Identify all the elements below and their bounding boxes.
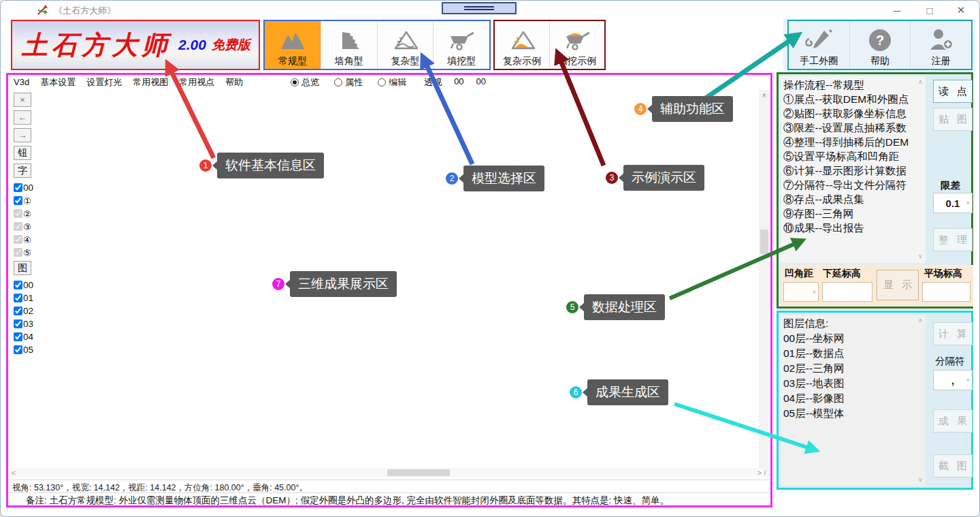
tolerance-select[interactable]: 0.1 ˅ — [933, 193, 973, 213]
checkbox-row-l01[interactable]: 01 — [14, 292, 37, 304]
checkbox-row-c3[interactable]: ③ — [14, 220, 37, 233]
chevron-down-icon: ˅ — [966, 200, 970, 206]
corner-slope-icon — [336, 26, 362, 54]
checkbox-row-c2[interactable]: ② — [14, 207, 37, 220]
callout-result-generation: 6 成果生成区 — [570, 379, 668, 406]
button-niu[interactable]: 钮 — [14, 146, 31, 160]
scroll-down-icon[interactable]: ∨ — [918, 476, 923, 483]
scroll-up-icon[interactable]: ∧ — [918, 78, 923, 85]
show-button[interactable]: 显 示 — [877, 270, 919, 300]
concave-distance-select[interactable]: ˅ — [783, 282, 819, 302]
scroll-up-icon[interactable]: ∧ — [918, 317, 923, 324]
checkbox-row-l00[interactable]: 00 — [14, 279, 37, 292]
close-button[interactable]: ✕ — [949, 2, 973, 18]
data-processing-panel: 操作流程--常规型 ①展点--获取DEM和外圈点 ②贴图--获取影像坐标信息 ③… — [777, 72, 973, 309]
layer-item: 02层--三角网 — [783, 361, 926, 376]
toolbar-grip[interactable] — [442, 2, 517, 14]
example-button-fillcut[interactable]: 填挖示例 — [549, 21, 604, 69]
horizontal-scrollbar[interactable]: < > — [9, 468, 764, 477]
minimize-button[interactable]: ─ — [885, 2, 909, 18]
checkbox[interactable] — [14, 319, 22, 328]
maximize-button[interactable]: □ — [918, 2, 941, 18]
layer-info-list[interactable]: 图层信息: 00层--坐标网 01层--数据点 02层--三角网 03层--地表… — [781, 315, 926, 486]
checkbox-row-l04[interactable]: 04 — [14, 330, 37, 343]
button-tu[interactable]: 图 — [14, 261, 31, 275]
menu-basic-settings[interactable]: 基本设置 — [35, 76, 81, 89]
scroll-right-icon[interactable]: > — [755, 468, 764, 477]
callout-number-badge: 2 — [446, 172, 458, 185]
checkbox[interactable] — [14, 332, 22, 341]
register-button[interactable]: 注册 — [910, 21, 971, 69]
checkbox[interactable] — [14, 281, 22, 289]
checkbox[interactable] — [14, 294, 22, 302]
close-tool-button[interactable]: × — [14, 93, 31, 107]
forward-arrow-button[interactable]: → — [14, 128, 31, 142]
extend-elevation-input[interactable] — [822, 282, 872, 302]
level-elevation-input[interactable] — [922, 282, 970, 302]
callout-number-badge: 3 — [606, 172, 618, 184]
tidy-button[interactable]: 整 理 — [933, 228, 973, 251]
radio-overview[interactable]: 总览 — [291, 76, 319, 89]
checkbox[interactable] — [14, 235, 22, 244]
radio-dot-icon — [334, 78, 342, 87]
scroll-up-icon[interactable]: ∧ — [759, 90, 770, 99]
checkbox-row-l05[interactable]: 05 — [14, 343, 37, 356]
workflow-step: ⑩成果--导出报告 — [783, 221, 926, 235]
checkbox-row-c5[interactable]: ⑤ — [14, 246, 37, 259]
callout-auxiliary: 4 辅助功能区 — [634, 95, 733, 123]
menu-common-views[interactable]: 常用视图 — [127, 76, 174, 89]
checkbox-row-l02[interactable]: 02 — [14, 304, 37, 317]
menu-help[interactable]: 帮助 — [220, 76, 248, 89]
calculate-button[interactable]: 计 算 — [933, 322, 973, 345]
checkbox-row-c1[interactable]: ① — [14, 194, 37, 207]
paste-image-button[interactable]: 贴 图 — [933, 108, 973, 131]
workflow-step: ⑦分隔符--导出文件分隔符 — [783, 178, 926, 192]
scroll-down-icon[interactable]: ∨ — [918, 253, 923, 260]
vertical-scroll-thumb[interactable] — [760, 230, 768, 254]
result-button[interactable]: 成 果 — [933, 409, 973, 433]
manual-outline-button[interactable]: 手工外圈 — [789, 21, 849, 69]
question-icon: ? — [868, 26, 892, 54]
checkbox[interactable] — [14, 196, 22, 205]
checkbox-row-l03[interactable]: 03 — [14, 317, 37, 330]
checkbox[interactable] — [14, 183, 22, 192]
back-arrow-button[interactable]: ← — [14, 110, 31, 125]
horizontal-scroll-thumb[interactable] — [387, 469, 450, 476]
checkbox[interactable] — [14, 209, 22, 218]
radio-properties[interactable]: 属性 — [334, 76, 363, 89]
model-button-normal[interactable]: 常规型 — [265, 21, 321, 69]
radio-dot-icon — [378, 78, 386, 87]
screenshot-button[interactable]: 截 图 — [933, 454, 973, 477]
pencil-draw-icon — [804, 26, 834, 54]
example-button-complex[interactable]: 复杂示例 — [495, 21, 549, 69]
menu-lighting[interactable]: 设置灯光 — [81, 76, 127, 89]
checkbox[interactable] — [14, 222, 22, 231]
svg-text:?: ? — [876, 33, 884, 48]
separator-select[interactable]: , ˅ — [933, 370, 973, 390]
checkbox-row-00a[interactable]: 00 — [14, 181, 37, 194]
callout-example-demo: 3 示例演示区 — [606, 164, 704, 191]
chevron-down-icon: ˅ — [813, 289, 816, 296]
read-points-button[interactable]: 读 点 — [933, 80, 973, 103]
vertical-scrollbar[interactable]: ∧ ∨ — [759, 90, 770, 477]
radio-edit[interactable]: 编辑 — [378, 76, 406, 89]
checkbox[interactable] — [14, 307, 22, 315]
leveling-subpanel: 凹角距 下延标高 平场标高 ˅ 显 示 — [781, 265, 973, 307]
checkbox[interactable] — [14, 345, 22, 354]
checkbox[interactable] — [14, 248, 22, 257]
callout-model-select: 2 模型选择区 — [446, 165, 544, 192]
menu-common-viewpoints[interactable]: 常用视点 — [174, 76, 220, 89]
utility-toolbar: 手工外圈 ? 帮助 注册 — [787, 20, 973, 70]
model-button-wallcorner[interactable]: 墙角型 — [321, 21, 377, 69]
help-button[interactable]: ? 帮助 — [849, 21, 911, 69]
model-button-complex[interactable]: 复杂型 — [377, 21, 434, 69]
perspective-value-2: 00 — [476, 76, 486, 89]
logo-banner: 土石方大师 2.00 免费版 — [11, 20, 260, 70]
scroll-left-icon[interactable]: < — [9, 468, 18, 477]
menu-v3d[interactable]: V3d — [8, 77, 35, 87]
model-button-fillcut[interactable]: 填挖型 — [433, 21, 489, 69]
callout-number-badge: 6 — [570, 386, 582, 398]
button-zi[interactable]: 字 — [14, 163, 31, 178]
checkbox-row-c4[interactable]: ④ — [14, 233, 37, 246]
workflow-list[interactable]: 操作流程--常规型 ①展点--获取DEM和外圈点 ②贴图--获取影像坐标信息 ③… — [781, 76, 926, 263]
